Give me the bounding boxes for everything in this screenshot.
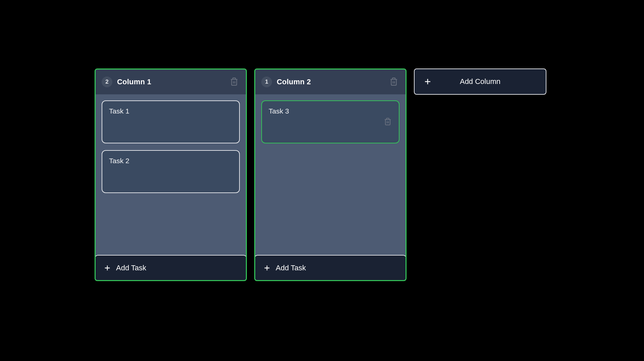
- add-task-button[interactable]: Add Task: [254, 255, 407, 281]
- trash-icon: [230, 77, 238, 87]
- task-card[interactable]: Task 3: [261, 100, 399, 143]
- column-cards: Task 1 Task 2: [96, 94, 246, 255]
- delete-column-button[interactable]: [228, 76, 240, 88]
- add-task-button[interactable]: Add Task: [95, 255, 247, 281]
- trash-icon: [384, 118, 392, 127]
- plus-icon: [103, 264, 111, 272]
- task-title: Task 2: [109, 157, 129, 165]
- column-title: Column 2: [277, 78, 388, 86]
- task-count-badge: 1: [261, 77, 272, 87]
- column-title: Column 1: [117, 78, 228, 86]
- kanban-column: 1 Column 2 Task 3 Add Task: [254, 69, 407, 281]
- delete-column-button[interactable]: [388, 76, 399, 88]
- task-count-badge: 2: [102, 77, 112, 87]
- trash-icon: [389, 77, 398, 87]
- add-task-label: Add Task: [276, 264, 306, 272]
- column-header[interactable]: 2 Column 1: [96, 70, 246, 94]
- column-header[interactable]: 1 Column 2: [255, 70, 406, 94]
- plus-icon: [263, 264, 271, 272]
- task-card[interactable]: Task 2: [102, 150, 240, 193]
- column-cards: Task 3: [255, 94, 406, 255]
- delete-task-button[interactable]: [383, 117, 393, 127]
- task-card[interactable]: Task 1: [102, 100, 240, 143]
- task-title: Task 1: [109, 107, 129, 115]
- kanban-board: 2 Column 1 Task 1 Task 2 Add Task: [0, 0, 644, 281]
- add-column-label: Add Column: [423, 77, 537, 86]
- add-task-label: Add Task: [116, 264, 146, 272]
- task-title: Task 3: [269, 107, 289, 115]
- add-column-button[interactable]: Add Column: [414, 69, 546, 95]
- kanban-column: 2 Column 1 Task 1 Task 2 Add Task: [95, 69, 247, 281]
